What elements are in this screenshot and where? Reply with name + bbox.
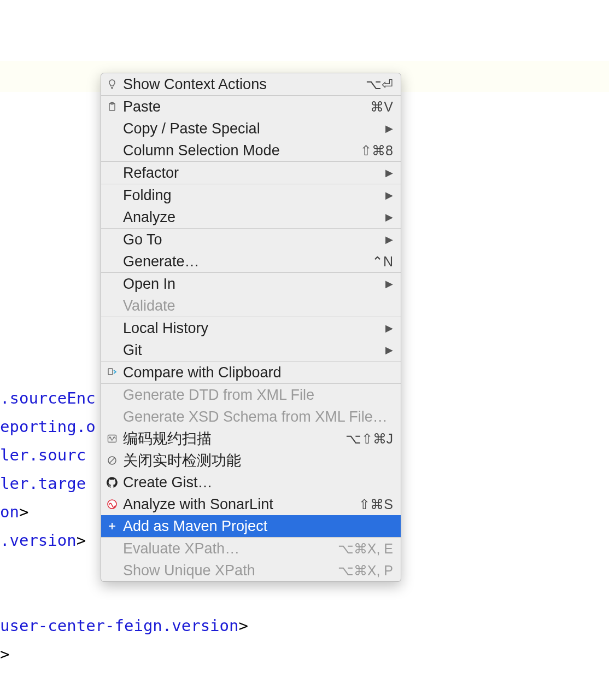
menu-item-label: 编码规约扫描 [123, 429, 341, 448]
sonar-icon [106, 499, 119, 510]
menu-item[interactable]: Folding▶ [101, 184, 401, 206]
code-blank [0, 588, 9, 606]
menu-item-label: Analyze [123, 209, 381, 226]
menu-item-label: Local History [123, 320, 381, 337]
menu-item[interactable]: 关闭实时检测功能 [101, 450, 401, 471]
code-line: ler.targe [0, 474, 86, 493]
context-menu: Show Context Actions⌥⏎Paste⌘VCopy / Past… [101, 73, 401, 582]
menu-item-label: Create Gist… [123, 474, 393, 491]
menu-item[interactable]: Generate…⌃N [101, 250, 401, 272]
svg-rect-3 [108, 435, 116, 442]
menu-item[interactable]: Analyze▶ [101, 206, 401, 228]
submenu-arrow-icon: ▶ [385, 122, 393, 135]
menu-item[interactable]: Local History▶ [101, 317, 401, 339]
menu-item[interactable]: Add as Maven Project [101, 515, 401, 537]
lightbulb-icon [106, 79, 119, 90]
menu-item[interactable]: Compare with Clipboard [101, 361, 401, 383]
svg-line-5 [109, 458, 115, 463]
menu-item[interactable]: 编码规约扫描⌥⇧⌘J [101, 428, 401, 450]
menu-item-label: 关闭实时检测功能 [123, 451, 393, 470]
menu-item-label: Analyze with SonarLint [123, 496, 354, 513]
submenu-arrow-icon: ▶ [385, 344, 393, 356]
menu-item-label: Copy / Paste Special [123, 120, 381, 137]
menu-item-shortcut: ⌘V [370, 99, 393, 115]
menu-item-shortcut: ⌃N [372, 254, 393, 270]
menu-item-label: Compare with Clipboard [123, 364, 393, 381]
submenu-arrow-icon: ▶ [385, 234, 393, 246]
code-tag: .version> [0, 531, 86, 550]
menu-item-shortcut: ⌥⇧⌘J [346, 431, 394, 447]
code-line: .sourceEnc [0, 389, 96, 407]
code-line: ler.sourc [0, 446, 86, 464]
svg-rect-2 [108, 369, 113, 375]
menu-item-label: Go To [123, 231, 381, 248]
menu-item-label: Show Context Actions [123, 76, 361, 93]
menu-item[interactable]: Show Context Actions⌥⏎ [101, 73, 401, 95]
menu-item-shortcut: ⇧⌘8 [360, 143, 393, 159]
menu-item-shortcut: ⌥⌘X, E [338, 541, 393, 557]
clipboard-icon [106, 101, 119, 112]
menu-item-label: Generate… [123, 253, 367, 270]
menu-item: Generate XSD Schema from XML File… [101, 406, 401, 428]
menu-item-label: Paste [123, 98, 366, 115]
menu-item: Show Unique XPath⌥⌘X, P [101, 559, 401, 581]
prohibit-icon [106, 455, 119, 466]
submenu-arrow-icon: ▶ [385, 322, 393, 334]
menu-item: Evaluate XPath…⌥⌘X, E [101, 538, 401, 559]
menu-item[interactable]: Git▶ [101, 339, 401, 361]
menu-item-shortcut: ⇧⌘S [359, 497, 393, 512]
menu-item-shortcut: ⌥⏎ [366, 77, 393, 92]
menu-item: Generate DTD from XML File [101, 384, 401, 406]
menu-item[interactable]: Column Selection Mode⇧⌘8 [101, 139, 401, 161]
menu-item-label: Add as Maven Project [123, 518, 393, 535]
submenu-arrow-icon: ▶ [385, 167, 393, 179]
menu-item-label: Open In [123, 276, 381, 293]
menu-item-label: Git [123, 342, 381, 359]
github-icon [106, 477, 119, 488]
menu-item-label: Folding [123, 187, 381, 204]
code-tag: user-center-feign.version> [0, 616, 248, 635]
menu-item[interactable]: Open In▶ [101, 273, 401, 295]
menu-item[interactable]: Create Gist… [101, 471, 401, 493]
menu-item-shortcut: ⌥⌘X, P [338, 563, 393, 579]
code-tag: on> [0, 503, 28, 521]
submenu-arrow-icon: ▶ [385, 189, 393, 201]
menu-item[interactable]: Go To▶ [101, 229, 401, 250]
code-line: eporting.o [0, 417, 96, 436]
menu-item-label: Evaluate XPath… [123, 540, 333, 557]
compare-icon [106, 367, 119, 378]
submenu-arrow-icon: ▶ [385, 211, 393, 223]
menu-item[interactable]: Copy / Paste Special▶ [101, 118, 401, 139]
menu-item[interactable]: Analyze with SonarLint⇧⌘S [101, 493, 401, 515]
submenu-arrow-icon: ▶ [385, 278, 393, 290]
code-blank [0, 559, 9, 578]
menu-item-label: Generate DTD from XML File [123, 387, 393, 404]
plus-icon [106, 521, 119, 532]
menu-item-label: Column Selection Mode [123, 142, 356, 159]
menu-item[interactable]: Refactor▶ [101, 162, 401, 184]
menu-item-label: Validate [123, 298, 393, 314]
menu-item-label: Show Unique XPath [123, 562, 333, 579]
menu-item-label: Generate XSD Schema from XML File… [123, 409, 393, 425]
menu-item: Validate [101, 295, 401, 317]
menu-item[interactable]: Paste⌘V [101, 96, 401, 118]
menu-item-label: Refactor [123, 165, 381, 182]
waveform-icon [106, 433, 119, 444]
code-fragment-end: > [0, 645, 9, 663]
